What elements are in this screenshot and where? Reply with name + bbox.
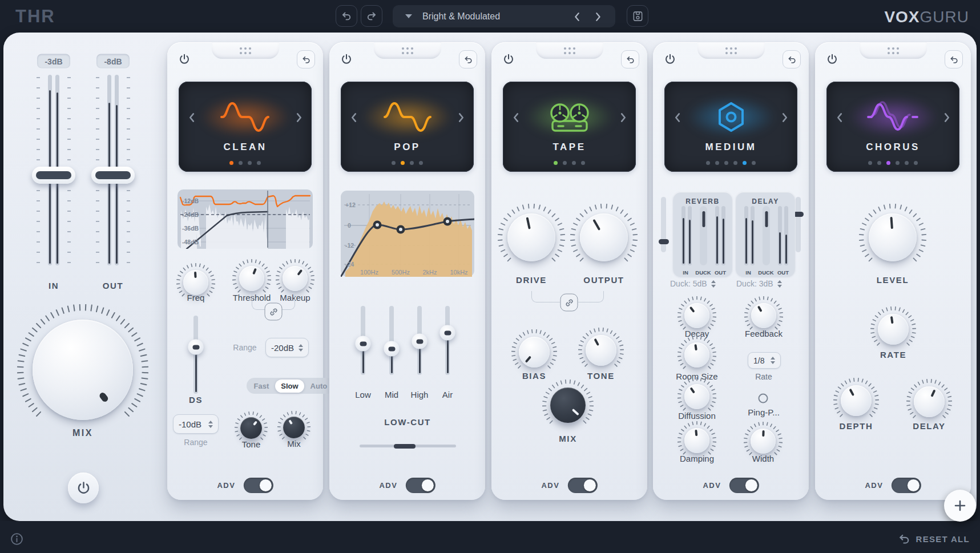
clean-display[interactable]: CLEAN [179, 82, 312, 172]
add-module-button[interactable] [944, 490, 976, 522]
depth-knob[interactable] [841, 385, 872, 416]
delay-duck-stepper[interactable]: Duck: 3dB [736, 279, 782, 288]
mode-pagination-dots[interactable] [664, 161, 797, 165]
ping-pong-toggle[interactable] [759, 394, 768, 403]
tape-reset-button[interactable] [621, 50, 639, 68]
preset-selector[interactable]: Bright & Modulated [393, 5, 615, 27]
undo-button[interactable] [336, 5, 357, 27]
adv-toggle[interactable] [892, 478, 921, 493]
drive-output-link-button[interactable] [560, 294, 578, 312]
delay-send-mini-slider[interactable] [796, 197, 801, 252]
adv-toggle[interactable] [406, 478, 435, 493]
prev-mode-button[interactable] [348, 111, 359, 124]
medium-power-button[interactable] [662, 51, 678, 67]
stepper-arrows[interactable] [777, 280, 782, 288]
master-mix-knob[interactable] [33, 320, 133, 420]
range-stepper[interactable]: -20dB [265, 338, 309, 357]
redo-button[interactable] [361, 5, 382, 27]
drag-handle[interactable] [860, 42, 927, 59]
prev-mode-button[interactable] [671, 111, 683, 124]
decay-knob[interactable] [684, 303, 709, 328]
mode-pagination-dots[interactable] [341, 161, 474, 165]
adv-toggle[interactable] [244, 478, 273, 493]
mid-band-handle[interactable] [384, 341, 400, 357]
speed-option-fast[interactable]: Fast [248, 380, 275, 393]
preset-prev-button[interactable] [570, 10, 583, 23]
output-fader[interactable] [102, 75, 124, 265]
pop-power-button[interactable] [338, 51, 354, 67]
next-mode-button[interactable] [941, 111, 953, 124]
air-band-handle[interactable] [440, 325, 455, 341]
medium-display[interactable]: MEDIUM [664, 82, 797, 172]
tape-display[interactable]: TAPE [503, 82, 636, 172]
lowcut-handle[interactable] [394, 444, 416, 449]
mode-pagination-dots[interactable] [179, 161, 312, 165]
reset-all-button[interactable]: RESET ALL [898, 532, 970, 545]
preset-next-button[interactable] [591, 10, 605, 23]
mini-slider-handle[interactable] [659, 239, 669, 244]
next-mode-button[interactable] [779, 111, 791, 124]
adv-toggle[interactable] [729, 478, 759, 493]
output-fader-handle[interactable] [91, 167, 135, 184]
output-knob[interactable] [580, 213, 628, 261]
speed-segmented-control[interactable]: Fast Slow Auto [247, 378, 334, 394]
chorus-display[interactable]: CHORUS [826, 82, 959, 172]
input-fader[interactable] [42, 75, 65, 265]
speed-option-auto[interactable]: Auto [305, 380, 333, 393]
clean-reset-button[interactable] [297, 50, 315, 68]
mode-pagination-dots[interactable] [826, 161, 959, 165]
feedback-knob[interactable] [751, 303, 776, 328]
clean-deesser-graph[interactable]: -12dB -24dB -36dB -48dB [178, 189, 313, 249]
width-knob[interactable] [751, 429, 776, 454]
level-knob[interactable] [869, 213, 917, 261]
rate-stepper[interactable]: 1/8 [748, 352, 781, 369]
threshold-makeup-link-button[interactable] [265, 303, 283, 321]
mode-pagination-dots[interactable] [503, 161, 636, 165]
prev-mode-button[interactable] [510, 111, 521, 124]
ds-slider-handle[interactable] [188, 340, 204, 355]
stepper-arrows[interactable] [299, 344, 303, 352]
bias-knob[interactable] [519, 337, 550, 368]
master-power-button[interactable] [68, 473, 99, 503]
info-button[interactable] [10, 532, 24, 546]
output-gain-readout[interactable]: -8dB [96, 54, 130, 68]
tape-power-button[interactable] [501, 51, 517, 67]
air-band-slider[interactable] [445, 306, 450, 375]
mix-knob[interactable] [283, 417, 305, 438]
mid-band-slider[interactable] [389, 306, 394, 375]
next-mode-button[interactable] [293, 111, 305, 124]
low-band-handle[interactable] [356, 336, 371, 352]
save-preset-button[interactable] [627, 5, 648, 27]
stepper-arrows[interactable] [771, 357, 775, 364]
rate-knob[interactable] [878, 314, 909, 345]
room-size-knob[interactable] [684, 342, 709, 368]
drag-handle[interactable] [536, 42, 603, 59]
chorus-reset-button[interactable] [945, 50, 963, 68]
tone-knob[interactable] [586, 335, 616, 366]
drag-handle[interactable] [697, 42, 765, 59]
reverb-send-mini-slider[interactable] [661, 197, 666, 252]
ds-range-stepper[interactable]: -10dB [173, 414, 219, 434]
threshold-knob[interactable] [239, 266, 264, 291]
clean-power-button[interactable] [176, 51, 192, 67]
pop-reset-button[interactable] [459, 50, 477, 68]
makeup-knob[interactable] [283, 266, 308, 291]
high-band-handle[interactable] [412, 334, 428, 349]
damping-knob[interactable] [684, 428, 709, 453]
stepper-arrows[interactable] [711, 280, 716, 288]
pop-display[interactable]: POP [341, 82, 474, 172]
input-fader-handle[interactable] [32, 167, 75, 184]
speed-option-slow[interactable]: Slow [275, 380, 304, 393]
freq-knob[interactable] [183, 270, 208, 295]
medium-reset-button[interactable] [783, 50, 801, 68]
diffusion-knob[interactable] [684, 384, 709, 409]
input-gain-readout[interactable]: -3dB [37, 54, 70, 68]
reverb-duck-stepper[interactable]: Duck: 5dB [670, 279, 716, 288]
adv-toggle[interactable] [568, 478, 598, 493]
prev-mode-button[interactable] [833, 111, 845, 124]
tone-knob[interactable] [240, 417, 262, 439]
chorus-power-button[interactable] [824, 51, 840, 67]
delay-knob[interactable] [914, 386, 945, 417]
prev-mode-button[interactable] [185, 111, 197, 124]
drive-knob[interactable] [507, 213, 555, 261]
